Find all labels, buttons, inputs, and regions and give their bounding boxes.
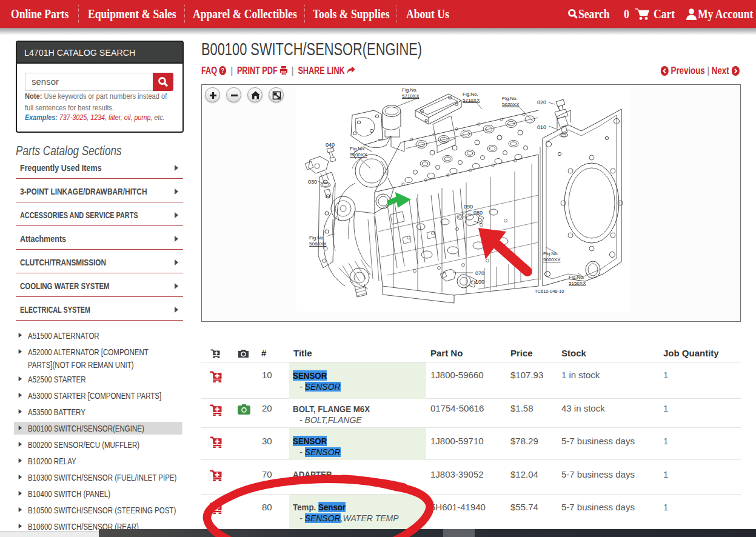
svg-text:Fig.No.: Fig.No. (569, 275, 584, 280)
svg-text:TC610-048-10: TC610-048-10 (535, 289, 564, 294)
svg-text:Fig.No.: Fig.No. (502, 96, 518, 101)
svg-text:Fig.No.: Fig.No. (463, 92, 478, 97)
svg-text:5080XX: 5080XX (309, 241, 327, 247)
svg-text:Fig.No.: Fig.No. (350, 146, 366, 152)
svg-text:Fig.No.: Fig.No. (402, 87, 418, 93)
svg-text:090: 090 (464, 204, 473, 210)
svg-text:?: ? (221, 67, 224, 74)
svg-text:080: 080 (473, 210, 483, 216)
svg-text:5710XX: 5710XX (463, 98, 480, 103)
svg-text:020: 020 (537, 99, 546, 105)
svg-text:5710XX: 5710XX (402, 93, 420, 99)
svg-text:010: 010 (537, 124, 546, 130)
svg-text:5600XX: 5600XX (350, 152, 367, 158)
svg-text:Fig.No.: Fig.No. (543, 251, 559, 256)
svg-text:100: 100 (475, 279, 484, 285)
svg-text:5150XX: 5150XX (569, 281, 586, 286)
svg-text:030: 030 (308, 179, 317, 185)
svg-text:Fig.No.: Fig.No. (309, 235, 325, 241)
svg-text:040: 040 (326, 142, 335, 148)
svg-text:5000XX: 5000XX (543, 257, 561, 262)
svg-text:5020XX: 5020XX (502, 102, 520, 107)
svg-text:070: 070 (475, 270, 484, 276)
